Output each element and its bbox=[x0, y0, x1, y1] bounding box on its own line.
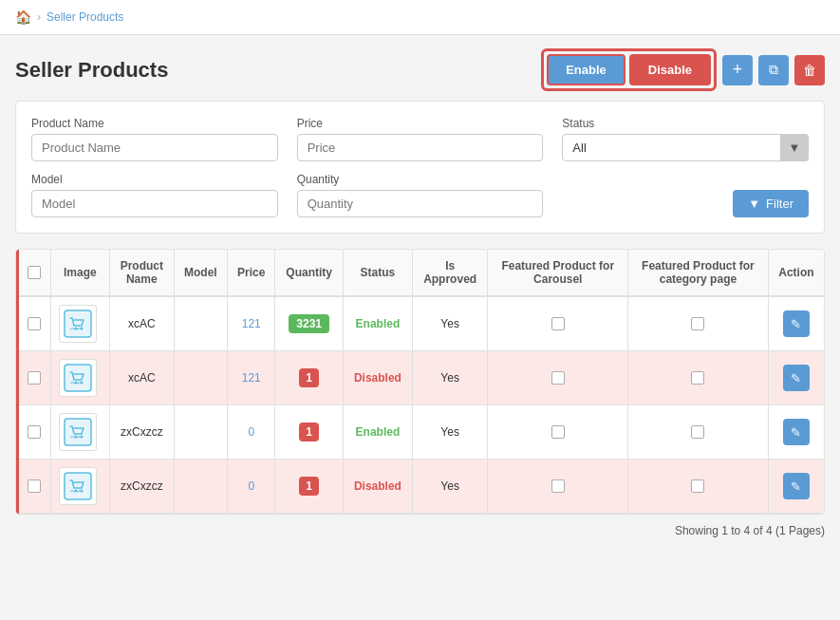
row-featured-category bbox=[628, 460, 769, 514]
row-featured-category bbox=[628, 351, 769, 405]
edit-icon: ✎ bbox=[791, 479, 801, 494]
edit-icon: ✎ bbox=[791, 425, 801, 440]
page-title: Seller Products bbox=[15, 58, 168, 83]
row-price: 121 bbox=[227, 296, 274, 351]
table-row: xcAC 121 3231 Enabled Yes ✎ bbox=[18, 296, 825, 351]
row-action: ✎ bbox=[768, 460, 824, 514]
row-checkbox[interactable] bbox=[28, 425, 41, 439]
featured-category-checkbox[interactable] bbox=[691, 371, 704, 385]
product-image bbox=[59, 467, 97, 505]
page-header: Seller Products Enable Disable + ⧉ 🗑 bbox=[0, 35, 840, 101]
copy-button[interactable]: ⧉ bbox=[758, 55, 789, 85]
row-featured-carousel bbox=[488, 296, 628, 351]
filter-button[interactable]: ▼ Filter bbox=[733, 190, 809, 217]
featured-category-checkbox[interactable] bbox=[691, 479, 704, 493]
row-model bbox=[174, 460, 227, 514]
copy-icon: ⧉ bbox=[769, 62, 778, 78]
col-product-name: ProductName bbox=[109, 250, 174, 296]
row-featured-category bbox=[628, 405, 769, 460]
row-status: Enabled bbox=[343, 296, 412, 351]
filter-actions: ▼ Filter bbox=[562, 190, 809, 217]
featured-category-checkbox[interactable] bbox=[691, 317, 704, 330]
filter-panel: Product Name Price Status All Enabled Di… bbox=[15, 101, 825, 234]
price-group: Price bbox=[297, 117, 544, 161]
row-action: ✎ bbox=[768, 296, 824, 351]
col-price: Price bbox=[227, 250, 274, 296]
filter-label: Filter bbox=[766, 197, 793, 211]
status-text: Disabled bbox=[354, 479, 401, 493]
quantity-group: Quantity bbox=[297, 173, 544, 217]
row-product-name: zxCxzcz bbox=[109, 405, 174, 460]
cart-icon bbox=[63, 309, 93, 339]
row-quantity: 1 bbox=[275, 405, 343, 460]
table-row: xcAC 121 1 Disabled Yes ✎ bbox=[18, 351, 825, 405]
featured-carousel-checkbox[interactable] bbox=[551, 425, 565, 439]
svg-rect-9 bbox=[65, 473, 91, 499]
row-featured-carousel bbox=[488, 351, 628, 405]
row-model bbox=[174, 296, 227, 351]
row-quantity: 1 bbox=[275, 460, 343, 514]
row-checkbox-cell bbox=[18, 296, 51, 351]
quantity-input[interactable] bbox=[297, 190, 544, 217]
row-price: 0 bbox=[227, 405, 274, 460]
row-quantity: 3231 bbox=[275, 296, 343, 351]
price-input[interactable] bbox=[297, 134, 544, 161]
quantity-badge: 1 bbox=[299, 368, 319, 387]
row-image-cell bbox=[50, 351, 109, 405]
row-featured-carousel bbox=[488, 460, 628, 514]
row-status: Disabled bbox=[343, 460, 412, 514]
table-row: zxCxzcz 0 1 Disabled Yes ✎ bbox=[18, 460, 825, 514]
row-checkbox[interactable] bbox=[28, 371, 41, 385]
delete-button[interactable]: 🗑 bbox=[794, 55, 825, 85]
featured-carousel-checkbox[interactable] bbox=[551, 371, 565, 385]
row-featured-category bbox=[628, 296, 769, 351]
showing-text: Showing 1 to 4 of 4 (1 Pages) bbox=[675, 524, 825, 537]
row-price: 0 bbox=[227, 460, 274, 514]
status-select[interactable]: All Enabled Disabled bbox=[562, 134, 809, 161]
edit-button[interactable]: ✎ bbox=[783, 310, 810, 337]
product-name-group: Product Name bbox=[31, 117, 278, 161]
row-model bbox=[174, 405, 227, 460]
enable-button[interactable]: Enable bbox=[547, 54, 625, 85]
filter-icon: ▼ bbox=[748, 197, 760, 211]
row-action: ✎ bbox=[768, 405, 824, 460]
col-quantity: Quantity bbox=[275, 250, 343, 296]
edit-button[interactable]: ✎ bbox=[783, 419, 810, 445]
col-is-approved: IsApproved bbox=[412, 250, 487, 296]
featured-carousel-checkbox[interactable] bbox=[551, 479, 565, 493]
row-checkbox-cell bbox=[18, 405, 51, 460]
row-model bbox=[174, 351, 227, 405]
model-label: Model bbox=[31, 173, 278, 186]
status-text: Enabled bbox=[356, 425, 401, 439]
edit-button[interactable]: ✎ bbox=[783, 365, 810, 391]
row-status: Disabled bbox=[343, 351, 412, 405]
cart-icon bbox=[63, 417, 93, 447]
header-checkbox[interactable] bbox=[28, 266, 41, 279]
quantity-label: Quantity bbox=[297, 173, 544, 186]
featured-category-checkbox[interactable] bbox=[691, 425, 704, 439]
plus-icon: + bbox=[733, 60, 743, 80]
row-is-approved: Yes bbox=[412, 296, 487, 351]
row-featured-carousel bbox=[488, 405, 628, 460]
row-price: 121 bbox=[227, 351, 274, 405]
col-image: Image bbox=[50, 250, 109, 296]
model-input[interactable] bbox=[31, 190, 278, 217]
status-label: Status bbox=[562, 117, 809, 130]
status-text: Enabled bbox=[356, 317, 401, 330]
edit-button[interactable]: ✎ bbox=[783, 473, 810, 499]
edit-icon: ✎ bbox=[791, 371, 801, 385]
product-name-input[interactable] bbox=[31, 134, 278, 161]
featured-carousel-checkbox[interactable] bbox=[551, 317, 565, 330]
col-featured-carousel: Featured Product forCarousel bbox=[488, 250, 628, 296]
col-status: Status bbox=[343, 250, 412, 296]
row-is-approved: Yes bbox=[412, 405, 487, 460]
row-action: ✎ bbox=[768, 351, 824, 405]
disable-button[interactable]: Disable bbox=[629, 54, 711, 85]
cart-icon bbox=[63, 363, 93, 393]
row-checkbox[interactable] bbox=[28, 317, 41, 330]
product-image bbox=[59, 413, 97, 451]
products-table: Image ProductName Model Price Quantity S… bbox=[16, 250, 824, 514]
row-checkbox[interactable] bbox=[28, 479, 41, 493]
home-icon[interactable]: 🏠 bbox=[15, 9, 31, 25]
add-button[interactable]: + bbox=[722, 55, 753, 85]
